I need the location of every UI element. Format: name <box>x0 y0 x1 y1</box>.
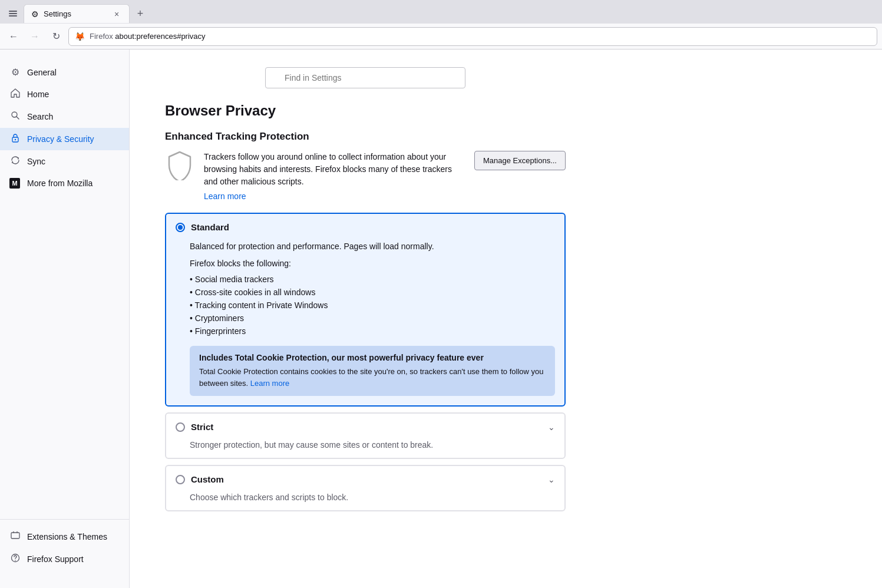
blocks-label: Firefox blocks the following: <box>190 259 555 268</box>
sidebar-item-support[interactable]: Firefox Support <box>0 548 129 570</box>
strict-radio[interactable] <box>176 422 185 432</box>
mozilla-icon: M <box>9 178 20 189</box>
strict-label: Strict <box>191 422 213 432</box>
learn-more-link[interactable]: Learn more <box>204 191 246 201</box>
standard-radio[interactable] <box>176 223 185 232</box>
custom-label: Custom <box>191 474 224 484</box>
forward-button[interactable]: → <box>26 28 44 45</box>
page-title: Browser Privacy <box>165 103 566 119</box>
tab-close-button[interactable]: × <box>111 9 122 19</box>
sidebar-label-mozilla: More from Mozilla <box>27 179 93 188</box>
sync-icon <box>9 156 21 167</box>
tab-icon: ⚙ <box>31 9 39 19</box>
sidebar-item-search[interactable]: Search <box>0 105 129 128</box>
new-tab-button[interactable]: + <box>132 5 148 22</box>
browser-chrome: ⚙ Settings × + ← → ↻ 🦊 Firefox about:pre… <box>0 0 882 49</box>
app-layout: ⚙ General Home Search Privacy & Securit <box>0 49 882 588</box>
lock-icon <box>9 133 21 145</box>
sidebar-label-privacy: Privacy & Security <box>27 134 94 144</box>
strict-chevron-icon: ⌄ <box>548 422 555 432</box>
sidebar: ⚙ General Home Search Privacy & Securit <box>0 49 130 588</box>
tab-bar: ⚙ Settings × + <box>0 0 882 24</box>
svg-rect-7 <box>11 533 19 539</box>
sidebar-label-sync: Sync <box>27 157 45 166</box>
sidebar-bottom: Extensions & Themes Firefox Support <box>0 519 129 576</box>
etp-text: Trackers follow you around online to col… <box>204 151 465 201</box>
custom-desc: Choose which trackers and scripts to blo… <box>166 493 564 510</box>
url-bar[interactable]: 🦊 Firefox about:preferences#privacy <box>68 27 877 46</box>
block-item-4: Cryptominers <box>190 312 555 325</box>
shield-icon <box>167 151 193 180</box>
support-icon <box>9 553 21 565</box>
block-item-2: Cross-site cookies in all windows <box>190 286 555 299</box>
find-bar <box>165 67 566 88</box>
strict-option-header[interactable]: Strict ⌄ <box>166 414 564 440</box>
standard-option-content: Balanced for protection and performance.… <box>166 240 564 405</box>
blocks-list: Social media trackers Cross-site cookies… <box>190 273 555 338</box>
section-title: Enhanced Tracking Protection <box>165 131 566 143</box>
strict-option-card: Strict ⌄ Stronger protection, but may ca… <box>165 412 566 459</box>
svg-point-6 <box>15 139 16 140</box>
shield-icon-container <box>165 151 194 180</box>
block-item-3: Tracking content in Private Windows <box>190 299 555 312</box>
tab-label: Settings <box>44 9 71 18</box>
tab-list-button[interactable] <box>5 5 21 22</box>
find-input[interactable] <box>265 67 465 88</box>
custom-option-card: Custom ⌄ Choose which trackers and scrip… <box>165 465 566 511</box>
settings-tab[interactable]: ⚙ Settings × <box>24 4 130 23</box>
manage-exceptions-button[interactable]: Manage Exceptions... <box>474 151 566 170</box>
etp-description: Trackers follow you around online to col… <box>204 151 465 188</box>
strict-desc: Stronger protection, but may cause some … <box>166 440 564 458</box>
url-path: about:preferences#privacy <box>115 32 205 41</box>
cookie-protection-box: Includes Total Cookie Protection, our mo… <box>190 346 555 396</box>
extensions-icon <box>9 531 21 543</box>
standard-desc: Balanced for protection and performance.… <box>190 240 555 253</box>
svg-rect-0 <box>9 11 17 12</box>
block-item-5: Fingerprinters <box>190 325 555 338</box>
nav-bar: ← → ↻ 🦊 Firefox about:preferences#privac… <box>0 24 882 49</box>
sidebar-item-privacy[interactable]: Privacy & Security <box>0 128 129 150</box>
sidebar-item-mozilla[interactable]: M More from Mozilla <box>0 173 129 194</box>
svg-line-4 <box>16 117 19 119</box>
back-button[interactable]: ← <box>5 28 22 45</box>
cookie-protection-desc: Total Cookie Protection contains cookies… <box>199 366 546 389</box>
custom-chevron-icon: ⌄ <box>548 475 555 484</box>
standard-label: Standard <box>191 222 229 232</box>
svg-rect-2 <box>9 15 17 16</box>
sidebar-label-support: Firefox Support <box>27 554 84 564</box>
sidebar-item-home[interactable]: Home <box>0 83 129 105</box>
search-sidebar-icon <box>9 111 21 123</box>
home-icon <box>9 88 21 100</box>
firefox-icon: 🦊 <box>75 32 85 41</box>
sidebar-label-search: Search <box>27 112 53 121</box>
url-text: Firefox about:preferences#privacy <box>90 32 206 41</box>
sidebar-label-home: Home <box>27 90 49 99</box>
main-content: Browser Privacy Enhanced Tracking Protec… <box>130 49 882 588</box>
svg-rect-1 <box>9 13 17 14</box>
url-domain: Firefox <box>90 32 113 41</box>
sidebar-label-extensions: Extensions & Themes <box>27 532 107 541</box>
find-wrapper <box>265 67 465 88</box>
standard-option-card: Standard Balanced for protection and per… <box>165 213 566 407</box>
cookie-learn-more-link[interactable]: Learn more <box>250 379 289 388</box>
reload-button[interactable]: ↻ <box>47 28 65 45</box>
sidebar-item-extensions[interactable]: Extensions & Themes <box>0 526 129 548</box>
sidebar-label-general: General <box>27 68 57 77</box>
svg-point-9 <box>15 560 16 561</box>
block-item-1: Social media trackers <box>190 273 555 286</box>
etp-header: Trackers follow you around online to col… <box>165 151 566 201</box>
cookie-protection-title: Includes Total Cookie Protection, our mo… <box>199 353 546 362</box>
gear-icon: ⚙ <box>9 67 21 78</box>
standard-option-header[interactable]: Standard <box>166 214 564 240</box>
content-inner: Browser Privacy Enhanced Tracking Protec… <box>130 49 601 535</box>
sidebar-item-general[interactable]: ⚙ General <box>0 61 129 83</box>
custom-radio[interactable] <box>176 475 185 484</box>
custom-option-header[interactable]: Custom ⌄ <box>166 466 564 493</box>
sidebar-top: ⚙ General Home Search Privacy & Securit <box>0 61 129 194</box>
sidebar-item-sync[interactable]: Sync <box>0 150 129 173</box>
